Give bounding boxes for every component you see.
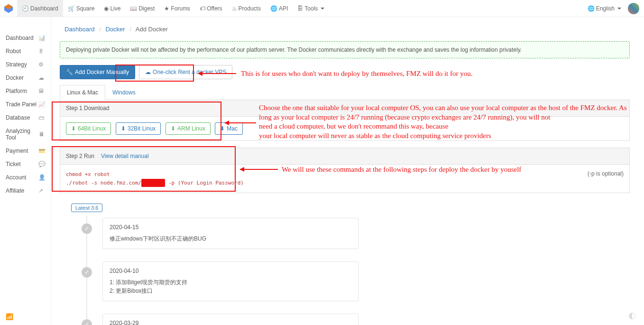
brain-icon: ⚙ (38, 61, 45, 68)
download-arm-linux[interactable]: ⬇ARM Linux (166, 122, 211, 135)
download-icon: ⬇ (220, 125, 225, 132)
nav-forums[interactable]: ★Forums (159, 0, 195, 17)
bank-icon: 🏛 (38, 88, 45, 94)
caret-down-icon (617, 8, 621, 9)
rent-vps-button[interactable]: ☁One-click Rent a docker VPS (139, 65, 232, 79)
check-icon: ✓ (82, 319, 92, 325)
cart-icon: 🛒 (68, 5, 75, 12)
nav-offers[interactable]: 🏷Offers (195, 0, 227, 17)
sliders-icon: 🎚 (38, 48, 45, 55)
star-icon: ★ (164, 5, 169, 12)
command-lines: chmod +x robot ./robot -s node.fmz.com/X… (66, 170, 244, 187)
step1-panel: Step 1 Download ⬇64Bit Linux ⬇32Bit Linu… (60, 100, 630, 141)
sidebar-platform[interactable]: Platform🏛 (0, 84, 51, 98)
tab-windows[interactable]: Windows (105, 85, 143, 100)
nav-live[interactable]: ◉Live (99, 0, 125, 17)
add-docker-button[interactable]: 🔧Add Docker Manually (60, 65, 135, 79)
sidebar-database[interactable]: Database🗃 (0, 111, 51, 124)
step1-title: Step 1 Download (60, 100, 629, 117)
sidebar-affiliate[interactable]: Affiliate↗ (0, 184, 51, 197)
sidebar-strategy[interactable]: Strategy⚙ (0, 58, 51, 71)
download-icon: ⬇ (71, 125, 76, 132)
timeline-item: ✓ 2020-04-15 修正windows下时区识别不正确的BUG (83, 218, 630, 249)
breadcrumb-current: Add Docker (136, 26, 168, 33)
breadcrumb-dashboard[interactable]: Dashboard (64, 26, 95, 33)
timeline-text: 修正windows下时区识别不正确的BUG (110, 234, 351, 243)
chart-icon: 📈 (38, 101, 45, 108)
changelog-timeline: ✓ 2020-04-15 修正windows下时区识别不正确的BUG ✓ 202… (83, 216, 630, 325)
caret-down-icon (321, 8, 324, 9)
tag-icon: 🏷 (200, 5, 205, 12)
gauge-icon: 📊 (38, 35, 45, 41)
book-icon: 📖 (130, 5, 137, 12)
box-icon: 🗄 (297, 5, 303, 12)
globe-icon: 🌐 (588, 5, 595, 12)
chat-icon: 💬 (38, 161, 45, 167)
timeline-text: 1: 添加Bitget现货与期货的支持 2: 更新Bibox接口 (110, 278, 351, 295)
step2-title: Step 2 Run (66, 153, 94, 159)
circle-icon: ◉ (104, 5, 109, 12)
clock-icon: 🕘 (22, 5, 29, 12)
db-icon: 🗃 (38, 114, 45, 121)
download-icon: ⬇ (171, 125, 175, 132)
timeline-date: 2020-04-15 (110, 224, 351, 231)
content-area: Dashboard / Docker / Add Docker Deployin… (51, 17, 644, 325)
theme-toggle[interactable] (629, 313, 635, 319)
share-icon: ↗ (38, 187, 45, 194)
sidebar-dashboard[interactable]: Dashboard📊 (0, 31, 51, 45)
cloud-icon: ☁ (145, 69, 151, 75)
timeline-date: 2020-04-10 (110, 268, 351, 274)
card-icon: 💳 (38, 148, 45, 154)
redacted-token: XXXXXXX (141, 179, 165, 187)
download-32bit-linux[interactable]: ⬇32Bit Linux (116, 122, 161, 135)
timeline-date: 2020-03-29 (110, 320, 351, 325)
download-mac[interactable]: ⬇Mac (215, 122, 243, 135)
user-icon: 👤 (38, 174, 45, 181)
info-banner: Deploying private Docker will not be aff… (60, 41, 630, 58)
signal-icon: 📶 (6, 313, 13, 320)
sidebar-docker[interactable]: Docker☁ (0, 71, 51, 84)
nav-api[interactable]: 🌐API (266, 0, 293, 17)
cmd-note: (-p is optional) (588, 170, 624, 177)
globe-icon: 🌐 (270, 5, 277, 12)
avatar[interactable] (628, 3, 639, 14)
download-icon: ⬇ (121, 125, 126, 132)
breadcrumb: Dashboard / Docker / Add Docker (60, 26, 630, 35)
wrench-icon: 🔧 (66, 69, 73, 75)
nav-dashboard[interactable]: 🕘Dashboard (17, 0, 63, 17)
sidebar: Dashboard📊 Robot🎚 Strategy⚙ Docker☁ Plat… (0, 17, 51, 325)
timeline-item: ✓ 2020-04-10 1: 添加Bitget现货与期货的支持 2: 更新Bi… (83, 261, 630, 301)
tab-linux-mac[interactable]: Linux & Mac (60, 85, 105, 100)
latest-badge: Latest 3.6 (71, 204, 102, 212)
nav-tools[interactable]: 🗄Tools (293, 0, 329, 17)
logo[interactable] (0, 0, 17, 17)
sidebar-robot[interactable]: Robot🎚 (0, 45, 51, 58)
nav-digest[interactable]: 📖Digest (125, 0, 159, 17)
sidebar-analyzing[interactable]: Analyzing Tool🖩 (0, 124, 51, 144)
breadcrumb-docker[interactable]: Docker (105, 26, 125, 33)
sidebar-account[interactable]: Account👤 (0, 171, 51, 184)
check-icon: ✓ (82, 223, 92, 234)
nav-square[interactable]: 🛒Square (63, 0, 100, 17)
sidebar-tradepanel[interactable]: Trade Panel📈 (0, 98, 51, 111)
os-tabs: Linux & Mac Windows (60, 85, 630, 100)
check-icon: ✓ (82, 267, 92, 278)
sidebar-signal: 📶 (0, 308, 51, 325)
view-manual-link[interactable]: View detail manual (101, 153, 149, 159)
download-64bit-linux[interactable]: ⬇64Bit Linux (66, 122, 111, 135)
timeline-item: ✓ 2020-03-29 (83, 314, 630, 325)
calc-icon: 🖩 (39, 131, 45, 138)
language-selector[interactable]: 🌐English (583, 0, 626, 17)
sidebar-payment[interactable]: Payment💳 (0, 144, 51, 158)
step2-panel: Step 2 Run View detail manual chmod +x r… (60, 148, 630, 193)
nav-products[interactable]: ♨Products (227, 0, 266, 17)
top-navbar: 🕘Dashboard 🛒Square ◉Live 📖Digest ★Forums… (0, 0, 644, 17)
fire-icon: ♨ (232, 5, 237, 12)
sidebar-ticket[interactable]: Ticket💬 (0, 158, 51, 171)
cloud-icon: ☁ (38, 74, 45, 81)
